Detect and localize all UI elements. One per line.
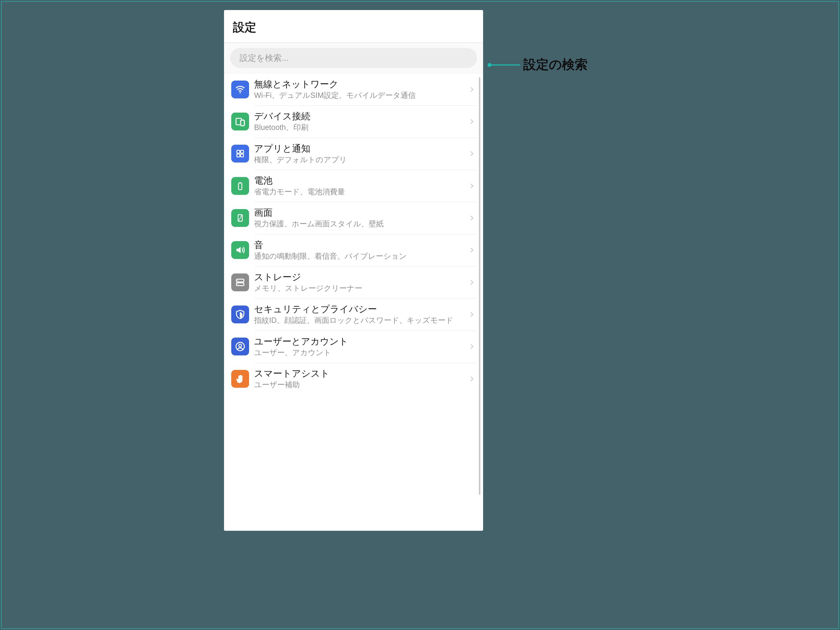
row-display[interactable]: 画面 視力保護、ホーム画面スタイル、壁紙 — [224, 202, 477, 234]
svg-point-13 — [238, 280, 238, 281]
settings-screen: 設定 無線とネットワーク Wi-Fi、デュアルSIM設定、モバイルデータ通信 — [224, 10, 483, 531]
chevron-right-icon — [468, 247, 475, 254]
row-storage[interactable]: ストレージ メモリ、ストレージクリーナー — [224, 266, 477, 298]
row-subtitle: 視力保護、ホーム画面スタイル、壁紙 — [254, 219, 463, 229]
row-title: セキュリティとプライバシー — [254, 303, 463, 315]
settings-scroll: 無線とネットワーク Wi-Fi、デュアルSIM設定、モバイルデータ通信 デバイス… — [224, 73, 483, 531]
battery-icon — [231, 177, 249, 195]
row-subtitle: メモリ、ストレージクリーナー — [254, 283, 463, 293]
header: 設定 — [224, 10, 483, 43]
row-title: スマートアシスト — [254, 368, 463, 380]
wifi-icon — [231, 81, 249, 98]
scrollbar[interactable] — [479, 77, 480, 495]
callout-leader-line — [489, 64, 520, 65]
row-device-connection[interactable]: デバイス接続 Bluetooth、印刷 — [224, 105, 477, 138]
row-smart-assist[interactable]: スマートアシスト ユーザー補助 — [224, 362, 477, 395]
row-subtitle: ユーザー補助 — [254, 380, 463, 390]
row-body: スマートアシスト ユーザー補助 — [254, 368, 463, 390]
row-body: 電池 省電力モード、電池消費量 — [254, 175, 463, 197]
apps-icon — [231, 145, 249, 163]
sound-icon — [231, 241, 249, 259]
settings-list: 無線とネットワーク Wi-Fi、デュアルSIM設定、モバイルデータ通信 デバイス… — [224, 73, 477, 395]
row-apps-notifications[interactable]: アプリと通知 権限、デフォルトのアプリ — [224, 138, 477, 170]
row-subtitle: 権限、デフォルトのアプリ — [254, 155, 463, 165]
svg-point-14 — [238, 284, 238, 285]
svg-rect-2 — [241, 120, 244, 126]
row-wireless[interactable]: 無線とネットワーク Wi-Fi、デュアルSIM設定、モバイルデータ通信 — [224, 73, 477, 105]
row-title: 音 — [254, 239, 463, 251]
row-body: 画面 視力保護、ホーム画面スタイル、壁紙 — [254, 207, 463, 229]
svg-point-16 — [239, 344, 242, 347]
search-bar — [224, 43, 483, 73]
row-subtitle: ユーザー、アカウント — [254, 348, 463, 358]
svg-rect-9 — [239, 182, 241, 183]
row-title: 電池 — [254, 175, 463, 187]
row-body: アプリと通知 権限、デフォルトのアプリ — [254, 143, 463, 165]
row-title: ユーザーとアカウント — [254, 336, 463, 348]
row-subtitle: Wi-Fi、デュアルSIM設定、モバイルデータ通信 — [254, 90, 463, 100]
svg-rect-6 — [237, 154, 240, 157]
row-title: アプリと通知 — [254, 143, 463, 155]
chevron-right-icon — [468, 182, 475, 190]
chevron-right-icon — [468, 118, 475, 125]
devices-icon — [231, 112, 249, 130]
row-subtitle: 指紋ID、顔認証、画面ロックとパスワード、キッズモード — [254, 315, 463, 325]
display-icon — [231, 209, 249, 227]
row-body: ユーザーとアカウント ユーザー、アカウント — [254, 336, 463, 358]
row-sound[interactable]: 音 通知の鳴動制限、着信音、バイブレーション — [224, 234, 477, 266]
chevron-right-icon — [468, 279, 475, 286]
hand-icon — [231, 370, 249, 388]
chevron-right-icon — [468, 343, 475, 350]
chevron-right-icon — [468, 375, 475, 383]
svg-rect-5 — [241, 150, 244, 153]
chevron-right-icon — [468, 311, 475, 318]
row-battery[interactable]: 電池 省電力モード、電池消費量 — [224, 170, 477, 202]
row-subtitle: 省電力モード、電池消費量 — [254, 187, 463, 197]
svg-point-0 — [240, 92, 241, 93]
row-security-privacy[interactable]: セキュリティとプライバシー 指紋ID、顔認証、画面ロックとパスワード、キッズモー… — [224, 298, 477, 330]
chevron-right-icon — [468, 86, 475, 93]
page-title: 設定 — [233, 19, 474, 35]
chevron-right-icon — [468, 150, 475, 157]
shield-icon — [231, 306, 249, 323]
row-title: 画面 — [254, 207, 463, 219]
storage-icon — [231, 274, 249, 291]
row-subtitle: Bluetooth、印刷 — [254, 122, 463, 132]
user-icon — [231, 337, 249, 355]
callout-label: 設定の検索 — [523, 56, 587, 73]
row-body: 音 通知の鳴動制限、着信音、バイブレーション — [254, 239, 463, 261]
row-subtitle: 通知の鳴動制限、着信音、バイブレーション — [254, 251, 463, 261]
row-title: ストレージ — [254, 271, 463, 283]
row-body: デバイス接続 Bluetooth、印刷 — [254, 111, 463, 132]
row-title: 無線とネットワーク — [254, 78, 463, 90]
search-input[interactable] — [230, 48, 477, 68]
row-users-accounts[interactable]: ユーザーとアカウント ユーザー、アカウント — [224, 331, 477, 362]
stage: 設定 無線とネットワーク Wi-Fi、デュアルSIM設定、モバイルデータ通信 — [1, 1, 839, 629]
svg-rect-7 — [241, 154, 244, 157]
row-title: デバイス接続 — [254, 111, 463, 122]
svg-rect-4 — [237, 150, 240, 153]
svg-rect-8 — [238, 183, 242, 190]
row-body: 無線とネットワーク Wi-Fi、デュアルSIM設定、モバイルデータ通信 — [254, 78, 463, 100]
chevron-right-icon — [468, 214, 475, 222]
row-body: セキュリティとプライバシー 指紋ID、顔認証、画面ロックとパスワード、キッズモー… — [254, 303, 463, 325]
row-body: ストレージ メモリ、ストレージクリーナー — [254, 271, 463, 293]
